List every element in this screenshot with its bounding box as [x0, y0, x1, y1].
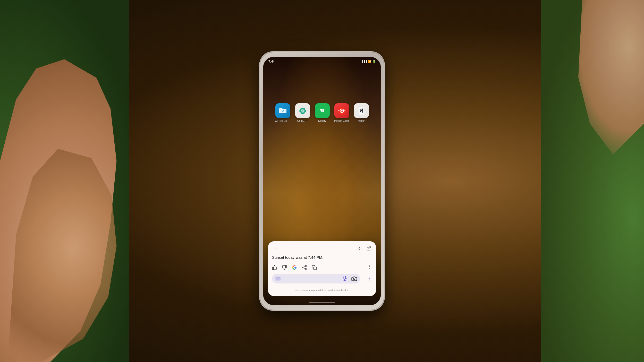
pocketcasts-icon-bg — [334, 103, 349, 118]
thumbs-up-svg — [272, 265, 277, 270]
svg-rect-33 — [365, 279, 365, 281]
voice-activity-icon[interactable] — [362, 275, 372, 285]
share-svg — [302, 265, 307, 270]
cx-icon-bg: CX — [275, 103, 290, 118]
svg-rect-23 — [279, 278, 279, 278]
volume-icon[interactable] — [357, 245, 363, 252]
svg-rect-20 — [276, 278, 276, 278]
svg-text:N: N — [360, 109, 363, 113]
svg-rect-28 — [277, 280, 279, 280]
camera-icon[interactable] — [351, 276, 357, 281]
svg-rect-24 — [276, 279, 276, 279]
microphone-svg — [342, 276, 347, 281]
external-link-icon[interactable] — [366, 245, 372, 252]
copy-button[interactable] — [312, 265, 317, 270]
google-g-svg — [292, 265, 297, 270]
chatgpt-logo — [299, 107, 307, 115]
spark-svg — [273, 246, 278, 251]
svg-point-17 — [369, 266, 370, 267]
svg-point-11 — [303, 267, 304, 268]
app-icons-row: CX Cx File Expl... ChatGPT — [263, 103, 381, 122]
spotify-logo — [318, 106, 327, 115]
svg-rect-22 — [278, 278, 278, 278]
app-icon-notion[interactable]: N Notion — [354, 103, 369, 122]
gemini-disclaimer: Gemini can make mistakes, so double-chec… — [272, 289, 372, 292]
gemini-response-text: Sunset today was at 7:44 PM. — [272, 255, 372, 260]
chatgpt-label: ChatGPT — [297, 119, 308, 122]
phone-screen: 7:44 ▐▐▐ 📶 🔋 CX Cx File Expl... — [263, 57, 381, 305]
gemini-card: Sunset today was at 7:44 PM. — [268, 241, 376, 296]
chatgpt-icon-bg — [295, 103, 310, 118]
copy-svg — [312, 265, 317, 270]
svg-rect-36 — [368, 278, 368, 281]
svg-rect-29 — [344, 276, 345, 279]
keyboard-icon[interactable] — [275, 276, 281, 281]
app-icon-spotify[interactable]: Spotify — [315, 103, 330, 122]
svg-rect-35 — [367, 279, 367, 281]
home-indicator — [309, 302, 335, 303]
svg-rect-15 — [314, 267, 317, 270]
external-link-svg — [367, 246, 371, 251]
status-time: 7:44 — [268, 60, 275, 63]
gemini-spark-icon — [272, 245, 278, 252]
notion-logo: N — [357, 106, 366, 115]
svg-point-2 — [318, 107, 326, 115]
battery-icon: 🔋 — [372, 60, 376, 63]
svg-point-18 — [369, 268, 370, 269]
gemini-header-icons — [357, 245, 372, 252]
status-icons: ▐▐▐ 📶 🔋 — [361, 60, 376, 63]
svg-point-10 — [305, 265, 307, 266]
microphone-icon[interactable] — [342, 276, 347, 281]
signal-icon: ▐▐▐ — [361, 60, 367, 63]
app-icon-pocket-casts[interactable]: Pocket Casts — [334, 103, 350, 122]
more-options-svg — [367, 264, 372, 269]
svg-line-8 — [369, 247, 371, 249]
svg-rect-37 — [369, 279, 369, 281]
pocket-casts-label: Pocket Casts — [334, 119, 350, 122]
spotify-label: Spotify — [318, 119, 326, 122]
spotify-icon-bg — [315, 103, 330, 118]
keyboard-svg — [275, 276, 281, 281]
gemini-actions-left — [272, 265, 317, 270]
svg-rect-34 — [366, 278, 366, 281]
share-button[interactable] — [302, 265, 307, 270]
svg-point-32 — [353, 278, 355, 280]
volume-svg — [358, 246, 362, 251]
status-bar: 7:44 ▐▐▐ 📶 🔋 — [263, 57, 381, 66]
gemini-input-bar[interactable] — [272, 274, 360, 283]
notion-icon-bg: N — [354, 103, 369, 118]
notion-label: Notion — [358, 119, 365, 122]
thumbs-down-svg — [282, 265, 287, 270]
svg-rect-25 — [277, 279, 277, 279]
voice-activity-svg — [364, 277, 370, 283]
more-options-button[interactable] — [367, 264, 372, 271]
google-search-button[interactable] — [292, 265, 297, 270]
app-icon-chatgpt[interactable]: ChatGPT — [295, 103, 310, 122]
svg-line-13 — [304, 268, 305, 269]
camera-svg — [351, 276, 357, 281]
cx-folder-icon: CX — [279, 107, 287, 114]
svg-rect-21 — [277, 278, 277, 278]
wifi-icon: 📶 — [368, 60, 371, 63]
svg-point-12 — [305, 268, 307, 270]
gemini-input-area — [272, 274, 372, 286]
phone-frame: 7:44 ▐▐▐ 📶 🔋 CX Cx File Expl... — [260, 52, 384, 310]
svg-line-14 — [304, 266, 305, 267]
svg-rect-26 — [278, 279, 278, 279]
gemini-header — [272, 245, 372, 252]
svg-point-16 — [369, 265, 370, 266]
app-icon-cx-file-explorer[interactable]: CX Cx File Expl... — [275, 103, 291, 122]
thumbs-down-button[interactable] — [282, 265, 287, 270]
cx-file-explorer-label: Cx File Expl... — [275, 119, 291, 122]
pocketcasts-logo — [337, 106, 346, 115]
gemini-action-row — [272, 264, 372, 271]
svg-rect-27 — [279, 279, 279, 279]
svg-text:CX: CX — [282, 110, 284, 112]
thumbs-up-button[interactable] — [272, 265, 277, 270]
